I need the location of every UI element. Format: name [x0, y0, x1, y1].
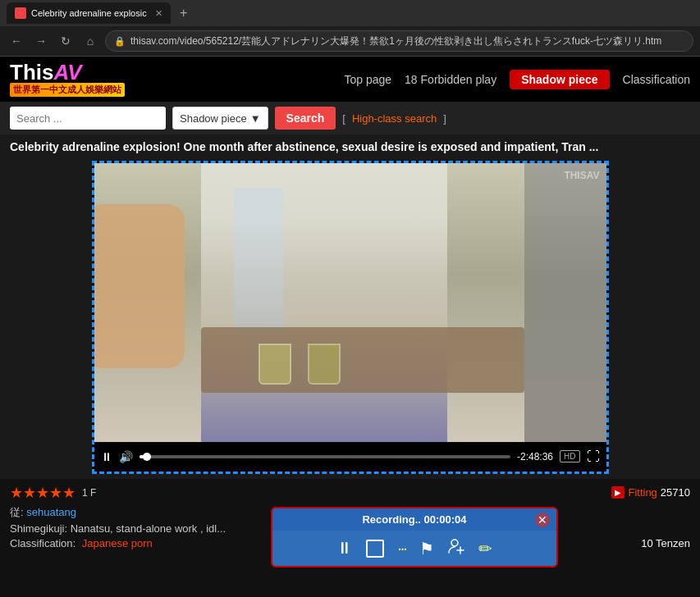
nav-top-page[interactable]: Top page [344, 73, 391, 86]
video-container: THISAV ⏸ 🔊 -2:48:36 HD ⛶ [92, 161, 609, 474]
search-category-dropdown[interactable]: Shadow piece ▼ [172, 107, 268, 130]
browser-chrome: Celebrity adrenaline explosic ✕ + ← → ↻ … [0, 0, 700, 57]
recording-header: Recording.. 00:00:04 ✕ [272, 508, 556, 531]
tab-bar: Celebrity adrenaline explosic ✕ + [0, 0, 700, 26]
forward-button[interactable]: → [31, 31, 51, 51]
bracket-left: [ [342, 112, 345, 125]
tab-close-icon[interactable]: ✕ [155, 8, 162, 19]
home-button[interactable]: ⌂ [80, 31, 100, 51]
recording-title: Recording.. 00:00:04 [362, 513, 466, 526]
fullscreen-button[interactable]: ⛶ [587, 449, 600, 464]
chevron-down-icon: ▼ [250, 112, 261, 125]
nav-forbidden-play[interactable]: 18 Forbidden play [405, 73, 496, 86]
classification-label: Classification: [10, 537, 75, 549]
url-text: thisav.com/video/565212/芸能人アドレナリン大爆発！禁欲1… [130, 34, 661, 48]
author-label: 従: [10, 506, 26, 518]
video-scene: THISAV [94, 163, 606, 442]
recording-stop-button[interactable] [366, 540, 384, 558]
tab-title: Celebrity adrenaline explosic [31, 8, 147, 18]
refresh-button[interactable]: ↻ [56, 31, 75, 51]
person-figure-visual [201, 163, 447, 442]
table-visual [201, 327, 524, 393]
shimegikuji-text: Shimegikuji: Nanatsu, stand-alone work ,… [10, 522, 226, 535]
recording-overlay: Recording.. 00:00:04 ✕ ⏸ ··· ⚑ ✏ [271, 507, 558, 567]
logo[interactable]: ThisAV 世界第一中文成人娛樂網站 [10, 62, 125, 97]
recording-controls: ⏸ ··· ⚑ ✏ [272, 531, 556, 566]
new-tab-button[interactable]: + [174, 3, 194, 23]
video-title: Celebrity adrenaline explosion! One mont… [10, 139, 690, 156]
classification-count: 10 Tenzen [641, 537, 690, 549]
active-tab[interactable]: Celebrity adrenaline explosic ✕ [7, 2, 171, 24]
site-header: ThisAV 世界第一中文成人娛樂網站 Top page 18 Forbidde… [0, 57, 700, 102]
person-right-visual [524, 163, 606, 442]
bracket-right: ] [443, 112, 446, 125]
recording-pause-button[interactable]: ⏸ [336, 539, 353, 558]
drink-glass2-visual [308, 344, 341, 385]
logo-this: This [10, 60, 53, 84]
nav-links: Top page 18 Forbidden play Shadow piece … [344, 70, 690, 89]
volume-button[interactable]: 🔊 [119, 450, 133, 463]
lock-icon: 🔒 [114, 36, 126, 47]
time-display: -2:48:36 [517, 451, 553, 463]
progress-dot [143, 453, 151, 461]
classification-value[interactable]: Japanese porn [82, 537, 153, 549]
recording-pencil-button[interactable]: ✏ [478, 539, 492, 558]
video-frame[interactable]: THISAV [94, 163, 606, 442]
author-link[interactable]: sehuatang [26, 506, 76, 518]
play-pause-button[interactable]: ⏸ [101, 450, 112, 463]
nav-classification[interactable]: Classification [623, 73, 690, 86]
main-content: Celebrity adrenaline explosion! One mont… [0, 134, 700, 479]
fitting-badge: ▶ Fitting 25710 [611, 486, 690, 499]
high-class-search-link[interactable]: High-class search [352, 112, 437, 125]
search-bar: Shadow piece ▼ Search [ High-class searc… [0, 102, 700, 134]
video-controls: ⏸ 🔊 -2:48:36 HD ⛶ [94, 442, 606, 472]
nav-shadow-piece[interactable]: Shadow piece [510, 70, 609, 89]
watermark: THISAV [564, 170, 599, 181]
recording-flag-button[interactable]: ⚑ [419, 539, 434, 558]
recording-add-user-button[interactable] [447, 537, 465, 559]
progress-bar[interactable] [140, 455, 511, 458]
tab-favicon [15, 7, 26, 19]
recording-close-button[interactable]: ✕ [535, 513, 550, 527]
fitting-count: 25710 [661, 486, 690, 499]
hd-badge: HD [560, 450, 579, 463]
logo-av: AV [53, 60, 81, 84]
back-button[interactable]: ← [7, 31, 26, 51]
search-button[interactable]: Search [275, 107, 336, 130]
url-bar[interactable]: 🔒 thisav.com/video/565212/芸能人アドレナリン大爆発！禁… [105, 30, 693, 52]
hand-visual [94, 204, 185, 368]
fitting-icon: ▶ [611, 486, 625, 499]
drink-glass-visual [258, 344, 291, 385]
svg-point-0 [451, 540, 458, 546]
star-rating: ★★★★★ [10, 484, 75, 502]
rating-row: ★★★★★ 1 F ▶ Fitting 25710 [10, 484, 690, 502]
category-label: Shadow piece [180, 112, 247, 125]
fitting-label: Fitting [628, 486, 657, 499]
recording-dots-button[interactable]: ··· [397, 539, 406, 558]
logo-text: ThisAV [10, 62, 125, 83]
search-input[interactable] [10, 107, 166, 130]
address-bar: ← → ↻ ⌂ 🔒 thisav.com/video/565212/芸能人アドレ… [0, 26, 700, 56]
logo-subtitle: 世界第一中文成人娛樂網站 [10, 83, 125, 97]
rating-count: 1 F [82, 487, 96, 499]
